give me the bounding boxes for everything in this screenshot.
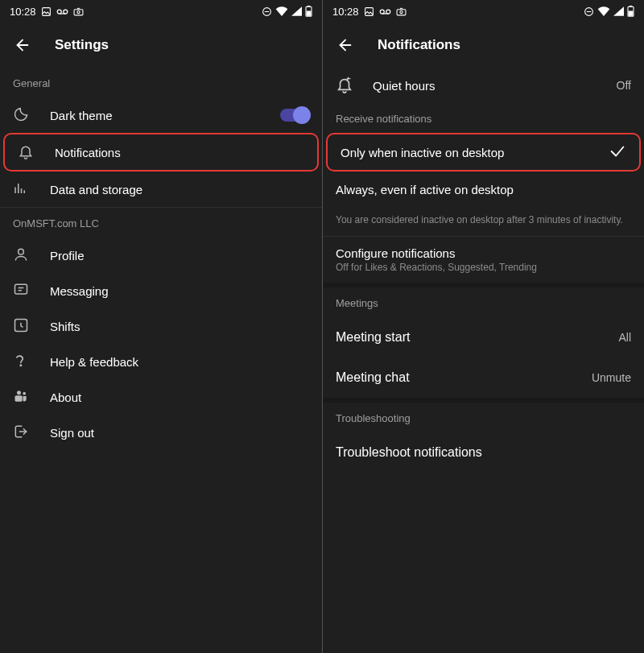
row-notifications[interactable]: Notifications: [5, 134, 317, 170]
section-org: OnMSFT.com LLC: [0, 208, 322, 238]
wifi-icon: [275, 6, 288, 16]
highlight-notifications: Notifications: [3, 133, 319, 172]
page-title: Notifications: [378, 37, 460, 53]
row-signout[interactable]: Sign out: [0, 415, 322, 450]
svg-rect-24: [629, 11, 633, 15]
quiet-hours-value: Off: [617, 79, 631, 92]
message-icon: [13, 282, 29, 300]
dnd-icon: [262, 6, 272, 17]
camera-icon: [73, 7, 84, 16]
status-time: 10:28: [10, 6, 36, 18]
back-button[interactable]: [329, 29, 361, 61]
status-bar: 10:28: [323, 0, 644, 23]
svg-point-20: [399, 10, 402, 13]
svg-rect-15: [15, 395, 23, 402]
section-general: General: [0, 68, 322, 97]
highlight-inactive-option: Only when inactive on desktop: [326, 133, 641, 172]
voicemail-icon: [56, 7, 68, 16]
svg-rect-0: [42, 7, 50, 15]
svg-point-14: [23, 391, 26, 395]
person-icon: [13, 246, 29, 265]
svg-rect-19: [397, 9, 406, 14]
svg-rect-23: [630, 6, 632, 6]
meeting-chat-value: Unmute: [592, 371, 631, 384]
row-messaging[interactable]: Messaging: [0, 273, 322, 308]
svg-point-12: [20, 365, 21, 366]
about-label: About: [50, 391, 309, 404]
row-meeting-start[interactable]: Meeting start All: [323, 317, 644, 357]
row-quiet-hours[interactable]: Quiet hours Off: [323, 68, 644, 103]
configure-label: Configure notifications: [336, 246, 631, 260]
signal-icon: [613, 6, 624, 16]
image-icon: [41, 6, 52, 17]
status-time: 10:28: [332, 6, 359, 18]
app-bar: Notifications: [323, 23, 644, 68]
wifi-icon: [597, 6, 610, 16]
troubleshoot-label: Troubleshoot notifications: [336, 445, 631, 460]
svg-point-1: [57, 10, 61, 14]
check-icon: [609, 143, 626, 163]
svg-rect-8: [307, 11, 311, 15]
image-icon: [364, 6, 374, 17]
help-label: Help & feedback: [50, 355, 309, 369]
svg-rect-10: [15, 284, 27, 294]
option-only-inactive[interactable]: Only when inactive on desktop: [328, 134, 639, 170]
row-about[interactable]: About: [0, 379, 322, 415]
svg-point-4: [76, 10, 79, 13]
option-always[interactable]: Always, even if active on desktop: [323, 172, 644, 207]
page-title: Settings: [55, 37, 109, 53]
camera-icon: [396, 7, 407, 16]
section-receive: Receive notifications: [323, 103, 644, 133]
row-data-storage[interactable]: Data and storage: [0, 172, 322, 207]
meeting-start-value: All: [618, 331, 631, 344]
option-always-label: Always, even if active on desktop: [336, 183, 631, 196]
bars-icon: [13, 181, 27, 198]
signout-label: Sign out: [50, 426, 309, 440]
svg-point-13: [17, 391, 21, 395]
svg-point-2: [63, 10, 67, 14]
section-troubleshooting: Troubleshooting: [323, 403, 644, 432]
screen-settings: 10:28: [0, 0, 322, 653]
teams-icon: [13, 388, 29, 407]
row-troubleshoot[interactable]: Troubleshoot notifications: [323, 432, 644, 473]
svg-rect-7: [308, 6, 310, 6]
voicemail-icon: [379, 7, 391, 16]
battery-icon: [627, 6, 634, 17]
dnd-icon: [584, 6, 594, 17]
screen-notifications: 10:28: [322, 0, 644, 653]
signal-icon: [291, 6, 302, 16]
svg-point-18: [386, 10, 390, 14]
row-meeting-chat[interactable]: Meeting chat Unmute: [323, 357, 644, 398]
status-bar: 10:28: [0, 0, 322, 23]
quiet-hours-label: Quiet hours: [373, 79, 617, 93]
clock-icon: [13, 317, 29, 336]
meeting-start-label: Meeting start: [336, 330, 618, 345]
dark-theme-toggle[interactable]: [280, 109, 309, 122]
meeting-chat-label: Meeting chat: [336, 370, 592, 385]
section-meetings: Meetings: [323, 287, 644, 317]
configure-sub: Off for Likes & Reactions, Suggested, Tr…: [336, 262, 631, 273]
notifications-label: Notifications: [55, 146, 304, 159]
svg-rect-3: [74, 9, 83, 14]
row-dark-theme[interactable]: Dark theme: [0, 97, 322, 133]
row-profile[interactable]: Profile: [0, 238, 322, 273]
bell-icon: [18, 143, 34, 162]
quiet-hours-icon: [336, 76, 353, 96]
data-storage-label: Data and storage: [50, 183, 309, 196]
dark-theme-label: Dark theme: [50, 109, 280, 122]
row-help[interactable]: Help & feedback: [0, 344, 322, 379]
app-bar: Settings: [0, 23, 322, 68]
inactive-help-text: You are considered inactive on desktop a…: [323, 207, 644, 236]
svg-point-9: [19, 249, 24, 254]
question-icon: [13, 353, 27, 371]
svg-rect-16: [365, 7, 373, 15]
moon-icon: [13, 106, 29, 125]
profile-label: Profile: [50, 249, 309, 262]
shifts-label: Shifts: [50, 320, 309, 333]
row-shifts[interactable]: Shifts: [0, 308, 322, 344]
svg-point-17: [380, 10, 384, 14]
row-configure[interactable]: Configure notifications Off for Likes & …: [323, 237, 644, 283]
signout-icon: [13, 424, 29, 442]
back-button[interactable]: [6, 29, 39, 61]
messaging-label: Messaging: [50, 284, 309, 298]
